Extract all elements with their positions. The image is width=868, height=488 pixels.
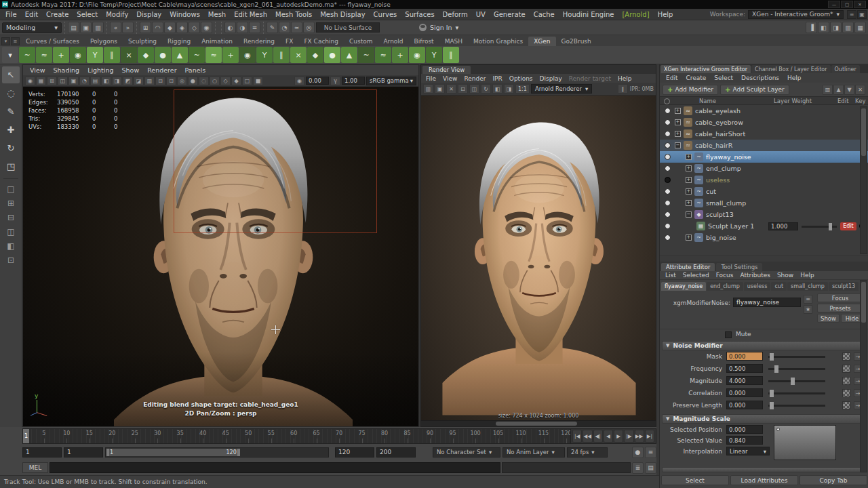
new-scene-icon[interactable]: ▤ bbox=[68, 22, 79, 33]
node-tab-useless[interactable]: useless bbox=[744, 282, 771, 291]
layer-weight-slider[interactable] bbox=[802, 226, 837, 228]
menu-deform[interactable]: Deform bbox=[439, 11, 472, 18]
textured-mode-icon[interactable]: ◌ bbox=[199, 77, 209, 85]
play-forwards-button[interactable]: ▶ bbox=[614, 430, 623, 443]
xgen-shelf-tool-icon[interactable]: ◆ bbox=[307, 47, 323, 63]
render-view-menu-render[interactable]: Render bbox=[460, 75, 489, 82]
magnitude-field[interactable]: 4.000 bbox=[726, 376, 763, 385]
preserve-length-field[interactable]: 0.000 bbox=[726, 401, 763, 409]
safe-action-icon[interactable]: ⊟ bbox=[155, 77, 165, 85]
menu-surfaces[interactable]: Surfaces bbox=[401, 11, 438, 18]
camera-attributes-icon[interactable]: ⊞ bbox=[47, 77, 57, 85]
ae-menu-selected[interactable]: Selected bbox=[679, 272, 713, 279]
ae-menu-list[interactable]: List bbox=[662, 272, 679, 279]
copy-tab-button[interactable]: Copy Tab bbox=[800, 475, 867, 485]
shelf-tab-mash[interactable]: MASH bbox=[439, 37, 468, 46]
tree-row[interactable]: +~flyaway_noise bbox=[660, 151, 868, 163]
texture-map-button[interactable] bbox=[842, 389, 850, 397]
xgen-shelf-tool-icon[interactable]: ◆ bbox=[138, 47, 154, 63]
menu-select[interactable]: Select bbox=[73, 11, 102, 18]
ae-panel-tab-tool-settings[interactable]: Tool Settings bbox=[716, 263, 762, 271]
safe-title-icon[interactable]: ⊡ bbox=[166, 77, 176, 85]
attribute-slider[interactable] bbox=[768, 368, 825, 370]
scrollbar-thumb[interactable] bbox=[861, 282, 866, 323]
xgen-shelf-tool-icon[interactable]: Y bbox=[426, 47, 442, 63]
slider-handle[interactable] bbox=[829, 223, 832, 230]
mute-checkbox[interactable] bbox=[725, 331, 732, 338]
resolution-gate-icon[interactable]: ◩ bbox=[123, 77, 133, 85]
save-image-icon[interactable]: ▥ bbox=[423, 84, 433, 94]
ipr-refresh-icon[interactable]: ↻ bbox=[481, 84, 491, 94]
select-tool[interactable]: ↖ bbox=[2, 66, 20, 83]
open-scene-icon[interactable]: ▣ bbox=[80, 22, 92, 33]
menu-mesh-tools[interactable]: Mesh Tools bbox=[271, 11, 316, 18]
menu-create[interactable]: Create bbox=[42, 11, 73, 18]
anim-layer-dropdown[interactable]: No Anim Layer▾ bbox=[502, 447, 565, 458]
shelf-menu-icon[interactable]: ▾ bbox=[1, 37, 10, 45]
add-modifier-button[interactable]: + Add Modifier bbox=[663, 85, 718, 95]
render-region-icon[interactable]: ⊡ bbox=[458, 84, 468, 94]
bookmark-icon[interactable]: ◫ bbox=[58, 77, 68, 85]
visibility-dot[interactable] bbox=[665, 223, 671, 229]
zoom-ratio-button[interactable]: 1:1 bbox=[515, 84, 530, 94]
groom-menu-select[interactable]: Select bbox=[710, 75, 737, 81]
pin-attribute-editor-icon[interactable]: ≡ bbox=[804, 295, 812, 304]
viewport-menu-panels[interactable]: Panels bbox=[181, 66, 210, 74]
xgen-shelf-tool-icon[interactable]: ∥ bbox=[273, 47, 290, 63]
expand-icon[interactable]: + bbox=[686, 177, 692, 183]
shelf-tab-polygons[interactable]: Polygons bbox=[85, 37, 123, 46]
exposure-field[interactable]: 0.00 bbox=[306, 77, 329, 85]
render-current-frame-icon[interactable]: ◐ bbox=[224, 22, 236, 33]
ae-menu-help[interactable]: Help bbox=[797, 272, 818, 279]
ae-menu-focus[interactable]: Focus bbox=[713, 272, 737, 279]
expand-icon[interactable]: + bbox=[686, 165, 692, 171]
viewport-menu-view[interactable]: View bbox=[26, 66, 50, 74]
expand-icon[interactable]: + bbox=[675, 108, 681, 114]
shelf-tab-animation[interactable]: Animation bbox=[196, 37, 238, 46]
horizontal-splitter[interactable] bbox=[660, 256, 868, 262]
add-sculpt-layer-button[interactable]: + Add Sculpt Layer bbox=[720, 85, 789, 95]
node-name-field[interactable]: flyaway_noise bbox=[733, 298, 801, 307]
shelf-tab-motion-graphics[interactable]: Motion Graphics bbox=[468, 37, 528, 46]
range-slider-bar[interactable]: 1 120 bbox=[106, 449, 240, 456]
tree-row[interactable]: +~cut bbox=[660, 186, 868, 197]
groom-menu-help[interactable]: Help bbox=[783, 75, 806, 81]
frequency-field[interactable]: 0.500 bbox=[726, 364, 763, 373]
snapshot-icon[interactable]: ◫ bbox=[469, 84, 479, 94]
texture-map-button[interactable] bbox=[842, 352, 850, 361]
shelf-tab-curves-surfaces[interactable]: Curves / Surfaces bbox=[20, 37, 85, 46]
maximize-button[interactable]: ▢ bbox=[841, 1, 853, 8]
rgb-channel-icon[interactable]: ◧ bbox=[492, 84, 502, 94]
horizontal-scrollbar[interactable] bbox=[421, 420, 656, 426]
attribute-editor-toggle-icon[interactable]: ◨ bbox=[830, 22, 842, 33]
close-button[interactable]: ✕ bbox=[854, 1, 866, 8]
play-backwards-button[interactable]: ◀ bbox=[604, 430, 613, 443]
correlation-field[interactable]: 0.000 bbox=[726, 388, 763, 397]
layout-two-pane-side[interactable]: ◫ bbox=[2, 225, 20, 238]
lasso-select-tool[interactable]: ◌ bbox=[2, 85, 20, 102]
make-live-icon[interactable]: ◉ bbox=[201, 22, 212, 33]
tree-row[interactable]: ▦Sculpt Layer 11.000Edit bbox=[660, 220, 868, 232]
snap-to-curve-icon[interactable]: ◠ bbox=[152, 22, 163, 33]
expand-icon[interactable]: + bbox=[686, 235, 692, 241]
mel-language-button[interactable]: MEL bbox=[22, 462, 48, 473]
xgen-shelf-tool-icon[interactable]: × bbox=[121, 47, 137, 63]
minimize-button[interactable]: — bbox=[828, 1, 840, 8]
layer-edit-button[interactable]: Edit bbox=[840, 222, 856, 230]
groom-menu-descriptions[interactable]: Descriptions bbox=[737, 75, 783, 81]
gamma-icon[interactable]: γ bbox=[330, 77, 340, 85]
fps-dropdown[interactable]: 24 fps▾ bbox=[567, 447, 608, 458]
menu-modify[interactable]: Modify bbox=[102, 11, 132, 18]
node-tab-flyaway_noise[interactable]: flyaway_noise bbox=[661, 282, 706, 291]
display-render-settings-icon[interactable]: ≡ bbox=[249, 22, 260, 33]
show-button[interactable]: Show bbox=[817, 314, 840, 323]
sign-in-button[interactable]: Sign In ▾ bbox=[419, 24, 458, 31]
shadows-icon[interactable]: ◇ bbox=[220, 77, 231, 85]
workspace-dropdown[interactable]: XGen - Interactive Groom*▾ bbox=[748, 10, 844, 19]
save-scene-icon[interactable]: ▥ bbox=[92, 22, 104, 33]
attribute-slider[interactable] bbox=[768, 405, 825, 407]
shelf-tab-bifrost[interactable]: Bifrost bbox=[409, 37, 439, 46]
select-camera-icon[interactable]: ◉ bbox=[25, 77, 35, 85]
exposure-icon[interactable]: ◉ bbox=[294, 77, 304, 85]
xgen-shelf-tool-icon[interactable]: ~ bbox=[358, 47, 374, 63]
